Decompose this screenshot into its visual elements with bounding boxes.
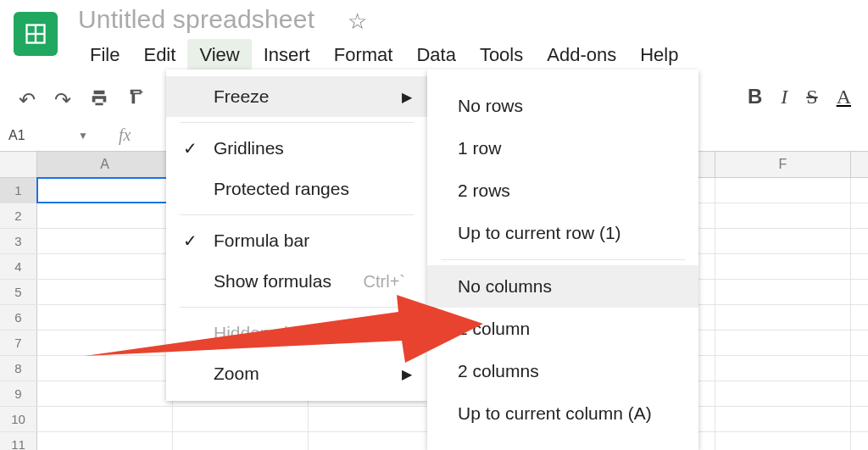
row-header[interactable]: 11 <box>0 432 37 450</box>
cell[interactable] <box>173 407 309 431</box>
menu-item-label: Zoom <box>214 364 259 384</box>
cell[interactable] <box>37 381 173 406</box>
fx-label: fx <box>119 125 131 145</box>
row-header[interactable]: 2 <box>0 203 37 228</box>
cell[interactable] <box>715 356 851 381</box>
menu-item-gridlines[interactable]: ✓Gridlines <box>166 128 427 169</box>
menu-item-show-formulas[interactable]: Show formulasCtrl+` <box>166 261 427 302</box>
cell[interactable] <box>37 254 173 279</box>
menu-item-label: 1 column <box>458 319 530 339</box>
cell[interactable] <box>309 432 444 450</box>
submenu-arrow-icon: ▶ <box>402 89 412 105</box>
cell[interactable] <box>37 331 173 355</box>
menu-item-label: Gridlines <box>214 138 284 158</box>
menu-item-label: Up to current row (1) <box>458 223 621 243</box>
menu-item-label: No rows <box>458 96 523 116</box>
cell[interactable] <box>37 280 173 304</box>
sheets-logo[interactable] <box>14 12 58 56</box>
cell[interactable] <box>37 203 173 228</box>
cell[interactable] <box>37 178 173 203</box>
checkmark-icon: ✓ <box>183 138 198 158</box>
menu-item-no-rows[interactable]: No rows <box>427 85 698 127</box>
row-header[interactable]: 9 <box>0 381 37 406</box>
text-color-button[interactable]: A <box>837 86 851 108</box>
bold-button[interactable]: B <box>748 85 762 108</box>
cell[interactable] <box>37 229 173 253</box>
row-header[interactable]: 7 <box>0 331 37 355</box>
cell[interactable] <box>715 254 851 279</box>
cell[interactable] <box>715 203 851 228</box>
cell[interactable] <box>715 178 851 203</box>
cell[interactable] <box>309 407 444 431</box>
menu-view[interactable]: View <box>187 39 251 71</box>
menu-item-zoom[interactable]: Zoom▶ <box>166 353 427 394</box>
row-header[interactable]: 4 <box>0 254 37 279</box>
italic-button[interactable]: I <box>781 86 787 108</box>
row-header[interactable]: 10 <box>0 407 37 431</box>
sheets-grid-icon <box>24 22 47 46</box>
menu-item-label: No columns <box>458 276 552 297</box>
menu-item-label: 2 rows <box>458 181 510 201</box>
menu-item-formula-bar[interactable]: ✓Formula bar <box>166 220 427 261</box>
name-box-dropdown-icon[interactable]: ▼ <box>78 130 88 142</box>
undo-icon[interactable]: ↶ <box>19 88 36 112</box>
redo-icon[interactable]: ↷ <box>54 88 71 112</box>
cell[interactable] <box>37 432 173 450</box>
cell[interactable] <box>37 407 173 431</box>
cell[interactable] <box>715 280 851 304</box>
submenu-arrow-icon: ▶ <box>402 325 412 342</box>
menubar: FileEditViewInsertFormatDataToolsAdd-ons… <box>78 39 690 71</box>
print-icon[interactable] <box>90 88 108 112</box>
menu-item-up-to-current-row-1-[interactable]: Up to current row (1) <box>427 212 698 254</box>
row-header[interactable]: 6 <box>0 305 37 330</box>
document-title[interactable]: Untitled spreadsheet <box>78 5 314 34</box>
menu-separator <box>180 307 414 308</box>
menu-item-2-rows[interactable]: 2 rows <box>427 169 698 212</box>
cell[interactable] <box>715 432 851 450</box>
menu-shortcut: Ctrl+` <box>364 272 405 292</box>
menu-help[interactable]: Help <box>628 39 690 71</box>
cell[interactable] <box>37 356 173 381</box>
menu-insert[interactable]: Insert <box>252 39 322 71</box>
cell[interactable] <box>715 407 851 431</box>
menu-item-up-to-current-column-a-[interactable]: Up to current column (A) <box>427 392 698 435</box>
menu-separator <box>441 259 685 260</box>
submenu-arrow-icon: ▶ <box>402 366 412 382</box>
paint-format-icon[interactable] <box>127 88 146 112</box>
menu-item-hidden-sheets: Hidden sheets▶ <box>166 313 427 353</box>
cell[interactable] <box>715 229 851 253</box>
menu-item-2-columns[interactable]: 2 columns <box>427 350 698 392</box>
strikethrough-button[interactable]: S <box>806 86 817 108</box>
view-menu: Freeze▶✓GridlinesProtected ranges✓Formul… <box>166 69 427 401</box>
column-header[interactable]: A <box>37 152 173 177</box>
menu-item-label: 2 columns <box>458 361 539 381</box>
menu-item-1-column[interactable]: 1 column <box>427 308 698 350</box>
row-header[interactable]: 3 <box>0 229 37 253</box>
menu-add-ons[interactable]: Add-ons <box>535 39 628 71</box>
menu-tools[interactable]: Tools <box>468 39 535 71</box>
menu-file[interactable]: File <box>78 39 131 71</box>
menu-item-protected-ranges[interactable]: Protected ranges <box>166 169 427 209</box>
menu-item-freeze[interactable]: Freeze▶ <box>166 76 427 117</box>
menu-format[interactable]: Format <box>322 39 405 71</box>
cell[interactable] <box>37 305 173 330</box>
cell[interactable] <box>173 432 309 450</box>
cell[interactable] <box>715 305 851 330</box>
menu-data[interactable]: Data <box>404 39 467 71</box>
star-icon[interactable]: ☆ <box>348 8 367 35</box>
column-header[interactable]: F <box>715 152 851 177</box>
row-header[interactable]: 1 <box>0 178 37 203</box>
row-header[interactable]: 8 <box>0 356 37 381</box>
menu-item-1-row[interactable]: 1 row <box>427 127 698 169</box>
menu-separator <box>180 122 414 123</box>
select-all-corner[interactable] <box>0 152 37 177</box>
cell[interactable] <box>715 331 851 355</box>
menu-edit[interactable]: Edit <box>131 39 187 71</box>
menu-item-label: Formula bar <box>214 231 309 251</box>
name-box[interactable]: A1 <box>3 126 71 145</box>
toolbar-format: B I S A <box>748 85 851 108</box>
cell[interactable] <box>715 381 851 406</box>
menu-item-label: Hidden sheets <box>214 323 327 343</box>
row-header[interactable]: 5 <box>0 280 37 304</box>
menu-item-no-columns[interactable]: No columns <box>427 265 698 308</box>
